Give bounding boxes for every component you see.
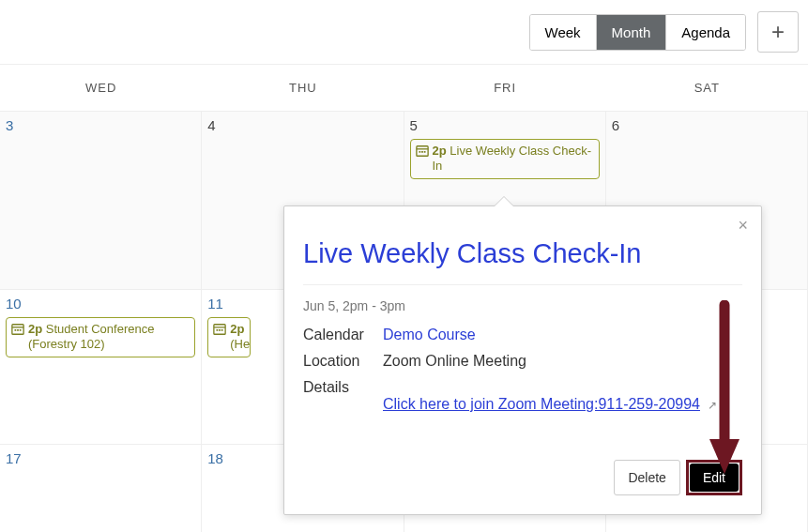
edit-highlight: Edit	[686, 460, 742, 495]
date-number: 17	[6, 450, 195, 466]
field-label: Calendar	[303, 327, 383, 343]
month-view-button[interactable]: Month	[597, 15, 667, 50]
date-number: 4	[207, 117, 397, 133]
date-number: 3	[6, 117, 195, 133]
date-number: 10	[6, 296, 195, 312]
popover-buttons: Delete Edit	[303, 460, 742, 495]
event-title: Live Weekly Class Check-In	[303, 238, 742, 269]
event-text: 2p Student Conference (Forestry 102)	[28, 322, 190, 353]
calendar-icon	[416, 144, 429, 158]
calendar-link[interactable]: Demo Course	[383, 327, 476, 343]
close-icon: ×	[738, 216, 748, 235]
edit-button[interactable]: Edit	[690, 464, 739, 492]
calendar-field: Calendar Demo Course	[303, 327, 742, 343]
svg-rect-2	[419, 151, 420, 153]
details-link[interactable]: Click here to join Zoom Meeting:911-259-…	[383, 396, 700, 412]
day-cell[interactable]: 17	[0, 445, 202, 532]
day-cell[interactable]: 3	[0, 112, 202, 290]
location-field: Location Zoom Online Meeting	[303, 353, 742, 370]
view-switcher: Week Month Agenda	[529, 14, 747, 51]
field-label: Location	[303, 353, 383, 370]
calendar-toolbar: Week Month Agenda +	[0, 0, 808, 64]
event-popover: × Live Weekly Class Check-In Jun 5, 2pm …	[283, 205, 762, 515]
event-item[interactable]: 2p Live Weekly Class Check-In	[410, 139, 600, 179]
svg-rect-9	[20, 329, 22, 331]
event-text: 2p(Heath	[230, 322, 251, 353]
svg-rect-7	[15, 329, 17, 331]
delete-button[interactable]: Delete	[614, 460, 679, 495]
location-value: Zoom Online Meeting	[383, 353, 526, 370]
plus-icon: +	[771, 19, 785, 45]
date-number: 6	[612, 117, 801, 133]
event-time-range: Jun 5, 2pm - 3pm	[303, 298, 742, 313]
day-header-wed: WED	[0, 65, 202, 112]
event-text: 2p Live Weekly Class Check-In	[433, 144, 594, 175]
external-link-icon: ↗	[708, 399, 717, 412]
popover-divider	[303, 284, 742, 285]
day-header-thu: THU	[202, 65, 404, 112]
svg-rect-14	[221, 329, 223, 331]
day-header-sat: SAT	[606, 65, 808, 112]
agenda-view-button[interactable]: Agenda	[666, 15, 745, 50]
calendar-icon	[11, 323, 24, 336]
date-number: 5	[410, 117, 600, 133]
close-button[interactable]: ×	[738, 216, 748, 236]
calendar-icon	[213, 323, 226, 336]
svg-rect-3	[421, 151, 423, 153]
svg-rect-8	[17, 329, 19, 331]
svg-rect-12	[217, 329, 219, 331]
add-event-button[interactable]: +	[757, 11, 799, 53]
day-cell[interactable]: 10 2p Student Conference (Forestry 102)	[0, 290, 202, 445]
event-item[interactable]: 2p Student Conference (Forestry 102)	[6, 317, 195, 357]
event-item[interactable]: 2p(Heath	[207, 317, 251, 357]
svg-rect-13	[219, 329, 221, 331]
svg-rect-4	[423, 151, 425, 153]
week-view-button[interactable]: Week	[530, 15, 597, 50]
details-field: Details Click here to join Zoom Meeting:…	[303, 379, 742, 413]
field-label: Details	[303, 379, 383, 413]
day-header-fri: FRI	[404, 65, 606, 112]
